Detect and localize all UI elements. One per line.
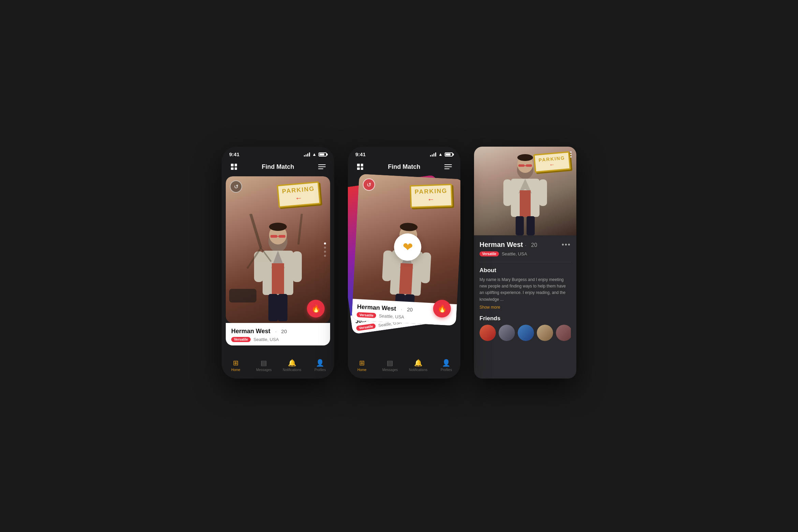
svg-rect-51 <box>520 190 531 217</box>
person-silhouette-left <box>244 214 312 323</box>
svg-rect-37 <box>399 263 413 295</box>
nav-notifications-left[interactable]: 🔔 Notifications <box>282 359 302 372</box>
nav-home-left[interactable]: ⊞ Home <box>225 359 246 372</box>
bottom-nav-left: ⊞ Home ▤ Messages 🔔 Notifications 👤 Prof… <box>222 355 334 379</box>
main-card-location: Seattle, USA <box>379 313 404 320</box>
friend-avatar-3[interactable] <box>518 325 534 341</box>
about-title: About <box>479 267 571 274</box>
profile-name: Herman West <box>479 241 523 249</box>
main-card-badge: Versatile <box>356 312 376 318</box>
notifications-icon-center: 🔔 <box>414 359 423 367</box>
top-nav-center: Find Match <box>348 159 460 176</box>
like-button-left[interactable]: 🔥 <box>307 300 325 317</box>
notifications-icon-left: 🔔 <box>288 359 296 367</box>
dot-4 <box>324 255 326 257</box>
nav-home-center[interactable]: ⊞ Home <box>352 359 372 372</box>
main-card-name: Herman West <box>357 303 396 312</box>
back-card-badge: Versatile <box>356 323 376 331</box>
dot-3 <box>324 251 326 253</box>
svg-rect-9 <box>279 235 285 238</box>
bottom-nav-center: ⊞ Home ▤ Messages 🔔 Notifications 👤 Prof… <box>348 355 460 379</box>
svg-line-14 <box>251 214 261 248</box>
svg-line-17 <box>298 214 302 245</box>
grid-icon-center <box>357 164 363 170</box>
nav-profiles-center[interactable]: 👤 Profiles <box>436 359 457 372</box>
card-area-left[interactable]: PARKING ← <box>226 176 330 323</box>
status-time-left: 9:41 <box>229 151 239 157</box>
dot-2 <box>324 247 326 249</box>
svg-rect-12 <box>268 294 278 321</box>
flame-icon-center: 🔥 <box>438 304 447 313</box>
card-age-left: 20 <box>281 328 287 334</box>
nav-profiles-left[interactable]: 👤 Profiles <box>310 359 330 372</box>
profile-more-button[interactable]: ••• <box>562 241 571 249</box>
divider-about <box>479 262 571 262</box>
like-button-center[interactable]: 🔥 <box>433 300 451 317</box>
home-label-center: Home <box>357 368 367 372</box>
svg-point-11 <box>269 223 287 231</box>
parking-sign-main: PARKING ← <box>410 184 453 208</box>
messages-label-left: Messages <box>256 368 272 372</box>
wifi-icon-center: ▲ <box>438 152 443 157</box>
friend-avatar-1[interactable] <box>479 325 496 341</box>
parking-sign-left: PARKING ← <box>277 181 321 208</box>
svg-rect-57 <box>516 216 524 235</box>
stacked-card-area[interactable]: PARKING ← <box>352 176 456 323</box>
nav-notifications-center[interactable]: 🔔 Notifications <box>408 359 428 372</box>
status-bar-left: 9:41 ▲ <box>222 147 334 159</box>
svg-rect-6 <box>272 263 284 294</box>
menu-button-left[interactable] <box>316 161 327 172</box>
status-bar-center: 9:41 ▲ <box>348 147 460 159</box>
grid-button-left[interactable] <box>228 161 239 172</box>
friends-title: Friends <box>479 315 571 322</box>
nav-title-center: Find Match <box>388 163 420 171</box>
battery-icon-center <box>445 152 453 157</box>
svg-rect-54 <box>526 164 532 167</box>
home-icon-left: ⊞ <box>233 359 239 367</box>
profiles-label-left: Profiles <box>314 368 326 372</box>
friend-avatar-5[interactable] <box>556 325 571 341</box>
hamburger-icon-left <box>318 164 326 169</box>
profile-age: 20 <box>531 242 537 248</box>
status-icons-left: ▲ <box>304 152 327 157</box>
battery-icon-left <box>319 152 327 157</box>
main-card-age: 20 <box>407 307 413 313</box>
friend-avatar-4[interactable] <box>537 325 553 341</box>
notifications-label-left: Notifications <box>283 368 301 372</box>
profile-location: Seattle, USA <box>502 251 527 256</box>
svg-rect-35 <box>382 250 393 281</box>
svg-rect-8 <box>270 235 277 238</box>
home-label-left: Home <box>231 368 240 372</box>
dot-1 <box>324 242 326 245</box>
profile-name-row: Herman West · 20 ••• <box>479 241 571 249</box>
messages-label-center: Messages <box>382 368 398 372</box>
profiles-icon-center: 👤 <box>442 359 450 367</box>
phone-center: 9:41 ▲ <box>348 147 460 379</box>
dots-indicator-left <box>324 242 326 257</box>
undo-button-left[interactable]: ↺ <box>230 180 242 193</box>
profile-badge-versatile: Versatile <box>479 251 499 256</box>
heart-icon-center: ❤ <box>402 240 413 255</box>
nav-messages-left[interactable]: ▤ Messages <box>254 359 274 372</box>
svg-rect-58 <box>527 216 535 235</box>
svg-rect-49 <box>503 179 512 206</box>
wifi-icon-left: ▲ <box>312 152 316 157</box>
nav-messages-center[interactable]: ▤ Messages <box>380 359 400 372</box>
three-dots-profile[interactable] <box>570 151 572 158</box>
friends-row <box>479 325 571 341</box>
profile-photo-area: PARKING ← <box>474 147 576 235</box>
about-text: My name is Mary Burgess and I enjoy meet… <box>479 277 571 303</box>
friends-section: Friends <box>479 315 571 341</box>
profile-panel: PARKING ← <box>474 147 576 379</box>
card-location-left: Seattle, USA <box>253 337 279 342</box>
status-icons-center: ▲ <box>430 152 453 157</box>
status-time-center: 9:41 <box>355 151 366 157</box>
menu-button-center[interactable] <box>443 161 454 172</box>
grid-button-center[interactable] <box>355 161 366 172</box>
show-more-link[interactable]: Show more <box>479 305 571 310</box>
friend-avatar-2[interactable] <box>499 325 515 341</box>
profile-badges-row: Versatile Seattle, USA <box>479 251 571 256</box>
svg-rect-13 <box>278 294 287 321</box>
home-icon-center: ⊞ <box>359 359 365 367</box>
messages-icon-left: ▤ <box>261 359 267 367</box>
